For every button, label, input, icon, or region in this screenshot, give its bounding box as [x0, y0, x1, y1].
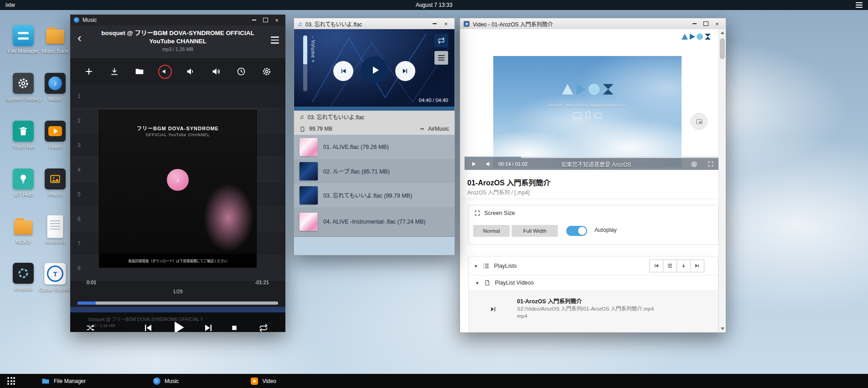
playlist-item-4[interactable]: 04. ALIVE -Instrumental-.flac (77.24 MB)	[294, 207, 455, 237]
desktop-icon-notes-txt[interactable]: notes.txt	[36, 216, 75, 245]
art-title-line2: OFFICIAL YouTube CHANNEL	[99, 133, 256, 137]
sleep-timer-button[interactable]	[234, 65, 248, 78]
play-button[interactable]	[170, 319, 187, 332]
skip-to-last-button[interactable]	[690, 260, 704, 272]
add-button[interactable]	[82, 65, 96, 78]
minimize-button[interactable]	[689, 20, 699, 28]
picture-in-picture-button[interactable]	[691, 113, 708, 130]
volume-up-button[interactable]	[209, 65, 223, 78]
volume-slider[interactable]	[303, 36, 307, 91]
maximize-button[interactable]	[260, 16, 270, 24]
queue-menu-button[interactable]	[663, 260, 677, 272]
taskbar-item-music[interactable]: ♪ Music	[147, 374, 185, 388]
trash-icon	[13, 121, 34, 142]
video-meta: ArozOS 入門系列 / [.mp4]	[467, 188, 530, 196]
repeat-button[interactable]	[434, 34, 448, 47]
art-title-line1: フリーBGM DOVA-SYNDROME	[99, 124, 256, 132]
download-playlist-button[interactable]	[677, 260, 691, 272]
seek-bar[interactable]	[78, 301, 278, 305]
playlist-videos-header-row[interactable]: ▾ PlayList Videos	[469, 275, 718, 291]
settings-button[interactable]	[691, 161, 698, 168]
taskbar-item-file-manager[interactable]: File Manager	[35, 374, 92, 388]
seek-bar-fill	[78, 301, 96, 305]
next-button[interactable]	[395, 61, 415, 81]
fullscreen-button[interactable]	[708, 161, 714, 167]
screen-size-icon	[474, 210, 480, 216]
settings-button[interactable]	[260, 65, 274, 78]
playlist-item-3[interactable]: 03. 忘れてもいいよ.flac (99.79 MB)	[294, 183, 455, 208]
play-button[interactable]	[471, 161, 476, 167]
volume-button[interactable]	[486, 161, 492, 167]
previous-button[interactable]	[333, 61, 353, 81]
skip-to-first-button[interactable]	[649, 260, 663, 272]
desktop-icon-video[interactable]: Video	[36, 121, 75, 150]
video-app-icon	[251, 378, 258, 385]
playlist-video-item[interactable]: 01-ArozOS 入門系列簡介 S2:/Video/ArozOS 入門系列/0…	[469, 291, 718, 332]
now-playing-icon	[490, 306, 497, 313]
clock-label: August 7 13:33	[416, 2, 453, 8]
flac-window-titlebar[interactable]: ♫ 03. 忘れてもいいよ.flac ×	[294, 18, 455, 30]
back-icon[interactable]: ‹	[78, 32, 82, 44]
scroll-thumb[interactable]	[720, 38, 725, 59]
open-folder-button[interactable]	[133, 65, 146, 78]
photo-icon	[45, 168, 66, 189]
desktop: { "topbar": {"username": "ixtw", "clock"…	[0, 0, 868, 388]
desktop-icon-music[interactable]: ♪ Music	[36, 73, 75, 102]
video-window-body: ArozOS - Web Desktop System written in G…	[460, 29, 726, 332]
playlists-header-row[interactable]: ▸ PlayLists	[469, 256, 718, 276]
desktop-icon-label: notes.txt	[37, 239, 73, 245]
video-picture[interactable]: ArozOS - Web Desktop System written in G…	[493, 56, 682, 168]
seek-bar[interactable]	[294, 107, 455, 111]
menu-button[interactable]	[434, 51, 448, 65]
close-button[interactable]: ×	[272, 16, 282, 24]
screen-size-label: Screen Size	[484, 210, 515, 216]
close-button[interactable]: ×	[441, 20, 451, 28]
playlist-row[interactable]: 1	[70, 84, 285, 108]
desktop-icon-photo[interactable]: Photo	[36, 168, 75, 198]
scroll-up-button[interactable]	[719, 29, 726, 36]
pip-icon	[696, 118, 703, 125]
app-launcher-icon[interactable]	[7, 377, 15, 385]
taskbar-item-video[interactable]: Video	[244, 374, 282, 388]
close-button[interactable]: ×	[712, 20, 722, 28]
minimize-button[interactable]	[249, 16, 259, 24]
volume-down-button[interactable]	[184, 65, 197, 78]
caret-right-icon: ▸	[475, 263, 478, 269]
music-window-titlebar[interactable]: Music ×	[70, 15, 285, 26]
top-bar: ixtw August 7 13:33	[0, 0, 868, 10]
window-video: Video - 01-ArozOS 入門系列簡介 × ArozOS - Web …	[460, 18, 726, 333]
video-window-titlebar[interactable]: Video - 01-ArozOS 入門系列簡介 ×	[460, 18, 726, 30]
download-button[interactable]	[108, 65, 121, 78]
scrollbar[interactable]	[718, 29, 726, 332]
full-width-button[interactable]: Full Width	[512, 225, 558, 237]
desktop-icon-music-bank[interactable]: Music Bank	[36, 25, 75, 55]
art-figure	[203, 184, 253, 252]
video-window-title: Video - 01-ArozOS 入門系列簡介	[473, 20, 553, 28]
now-playing-row: ♫ 03. 忘れてもいいよ.flac	[294, 111, 455, 123]
scroll-down-button[interactable]	[719, 325, 726, 332]
menu-icon[interactable]	[271, 36, 279, 44]
normal-button[interactable]: Normal	[473, 225, 510, 237]
list-icon	[482, 262, 490, 270]
device-icons	[493, 112, 682, 118]
next-button[interactable]	[203, 322, 214, 332]
album-thumbnail	[300, 213, 318, 231]
track-name: 02. ループ.flac (85.71 MB)	[323, 167, 390, 175]
autoplay-toggle[interactable]	[566, 226, 587, 236]
taskbar: File Manager ♪ Music Video	[0, 374, 868, 388]
previous-button[interactable]	[142, 322, 153, 332]
track-name: 01. ALIVE.flac (79.26 MB)	[323, 144, 389, 150]
playlist-item-2[interactable]: 02. ループ.flac (85.71 MB)	[294, 159, 455, 184]
stop-button[interactable]	[231, 324, 238, 332]
playlist-item-1[interactable]: 01. ALIVE.flac (79.26 MB)	[294, 135, 455, 159]
music-note-icon: ♫	[300, 113, 304, 120]
shuffle-button[interactable]	[86, 323, 95, 332]
minimize-button[interactable]	[429, 20, 439, 28]
repeat-button[interactable]	[259, 323, 268, 332]
play-button[interactable]	[361, 56, 388, 84]
desktop-icon-cable-runner[interactable]: T Cable Runner	[36, 263, 75, 293]
mute-button[interactable]	[158, 65, 172, 78]
maximize-button[interactable]	[701, 20, 711, 28]
menu-icon[interactable]	[856, 2, 863, 8]
page-indicator: 1/29	[70, 289, 285, 294]
